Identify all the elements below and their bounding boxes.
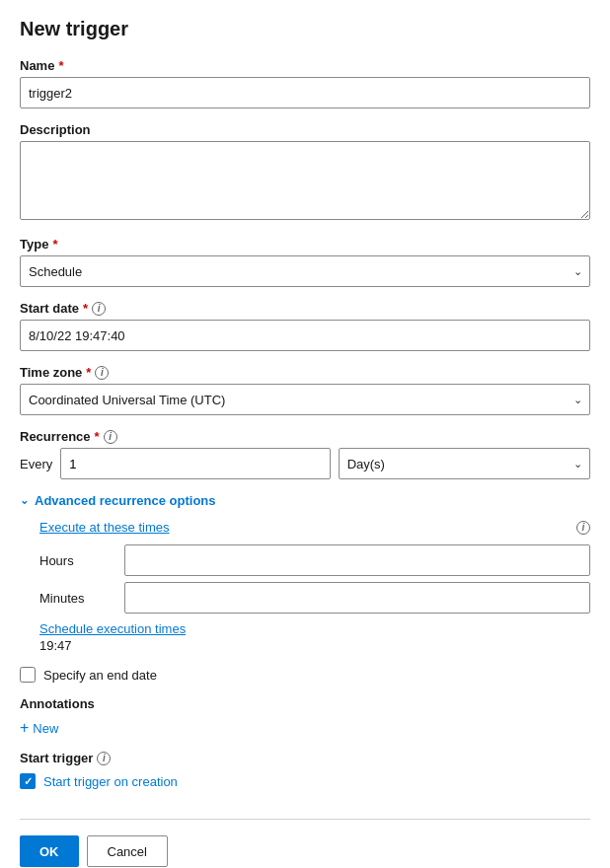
type-select[interactable]: Schedule Tumbling Window Event (20, 255, 590, 287)
cancel-button[interactable]: Cancel (87, 835, 168, 867)
timezone-field-group: Time zone * i Coordinated Universal Time… (20, 365, 590, 415)
page-title: New trigger (20, 18, 590, 40)
recurrence-field-group: Recurrence * i Every Day(s) Hour(s) Minu… (20, 429, 590, 479)
new-annotation-label: New (33, 721, 58, 736)
name-required-star: * (58, 58, 63, 73)
execute-header: Execute at these times i (39, 520, 590, 535)
description-input[interactable] (20, 141, 590, 220)
start-date-label-text: Start date (20, 301, 79, 316)
footer-buttons: OK Cancel (20, 835, 590, 867)
schedule-time: 19:47 (39, 638, 590, 653)
minutes-label: Minutes (39, 591, 118, 606)
timezone-required-star: * (86, 365, 91, 380)
timezone-info-icon[interactable]: i (95, 366, 109, 380)
advanced-toggle[interactable]: ⌄ Advanced recurrence options (20, 493, 590, 508)
minutes-input[interactable] (124, 582, 590, 614)
type-select-wrapper: Schedule Tumbling Window Event ⌄ (20, 255, 590, 287)
type-label-text: Type (20, 237, 48, 252)
execute-section: Execute at these times i Hours Minutes S… (20, 520, 590, 653)
footer-divider (20, 819, 590, 820)
hours-label: Hours (39, 553, 118, 568)
recurrence-number-input[interactable] (60, 448, 330, 479)
description-label: Description (20, 122, 590, 137)
plus-icon: + (20, 719, 29, 737)
advanced-toggle-label: Advanced recurrence options (35, 493, 216, 508)
start-trigger-info-icon[interactable]: i (97, 752, 111, 765)
timezone-label-text: Time zone (20, 365, 82, 380)
recurrence-every-label: Every (20, 457, 52, 471)
name-label-text: Name (20, 58, 54, 73)
type-label: Type * (20, 237, 590, 252)
description-field-group: Description (20, 122, 590, 223)
name-label: Name * (20, 58, 590, 73)
minutes-row: Minutes (39, 582, 590, 614)
start-trigger-label-text: Start trigger (20, 751, 93, 765)
start-trigger-on-creation-label: Start trigger on creation (43, 774, 178, 789)
type-field-group: Type * Schedule Tumbling Window Event ⌄ (20, 237, 590, 287)
timezone-label: Time zone * i (20, 365, 590, 380)
end-date-label: Specify an end date (43, 668, 157, 683)
recurrence-row: Every Day(s) Hour(s) Minute(s) Week(s) M… (20, 448, 590, 479)
annotations-label: Annotations (20, 696, 590, 711)
start-date-input[interactable] (20, 320, 590, 351)
start-date-label: Start date * i (20, 301, 590, 316)
timezone-select[interactable]: Coordinated Universal Time (UTC) (20, 384, 590, 415)
end-date-checkbox[interactable] (20, 667, 36, 683)
recurrence-unit-wrapper: Day(s) Hour(s) Minute(s) Week(s) Month(s… (339, 448, 590, 479)
recurrence-info-icon[interactable]: i (104, 430, 117, 444)
start-date-required-star: * (83, 301, 88, 316)
ok-button[interactable]: OK (20, 835, 79, 867)
execute-info-icon[interactable]: i (576, 521, 590, 535)
annotations-section: Annotations + New (20, 696, 590, 737)
recurrence-label-text: Recurrence (20, 429, 91, 444)
checkmark-icon: ✓ (24, 776, 33, 787)
schedule-link[interactable]: Schedule execution times (39, 621, 186, 636)
start-date-info-icon[interactable]: i (92, 302, 106, 316)
recurrence-label: Recurrence * i (20, 429, 590, 444)
start-trigger-checkbox[interactable]: ✓ (20, 773, 36, 789)
type-required-star: * (52, 237, 57, 252)
description-label-text: Description (20, 122, 91, 137)
name-field-group: Name * (20, 58, 590, 108)
start-trigger-label: Start trigger i (20, 751, 590, 765)
new-annotation-button[interactable]: + New (20, 719, 58, 737)
name-input[interactable] (20, 77, 590, 108)
hours-input[interactable] (124, 544, 590, 576)
recurrence-unit-select[interactable]: Day(s) Hour(s) Minute(s) Week(s) Month(s… (339, 448, 590, 479)
start-trigger-section: Start trigger i ✓ Start trigger on creat… (20, 751, 590, 789)
advanced-section: ⌄ Advanced recurrence options Execute at… (20, 493, 590, 653)
timezone-select-wrapper: Coordinated Universal Time (UTC) ⌄ (20, 384, 590, 415)
start-date-field-group: Start date * i (20, 301, 590, 351)
recurrence-required-star: * (95, 429, 100, 444)
start-trigger-checkbox-row: ✓ Start trigger on creation (20, 773, 590, 789)
advanced-chevron-icon: ⌄ (20, 494, 29, 507)
hours-row: Hours (39, 544, 590, 576)
execute-link[interactable]: Execute at these times (39, 520, 170, 535)
end-date-row: Specify an end date (20, 667, 590, 683)
schedule-section: Schedule execution times 19:47 (39, 621, 590, 653)
